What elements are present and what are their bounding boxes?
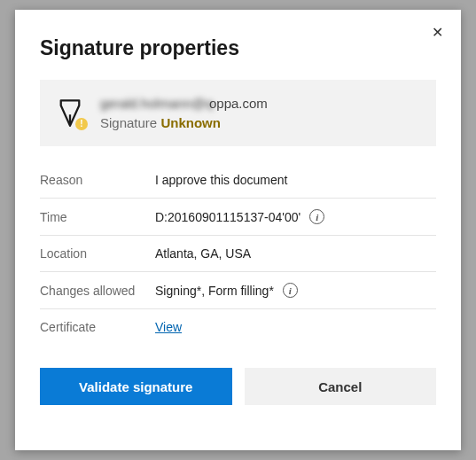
row-label: Time: [40, 210, 155, 224]
row-value: Signing*, Form filling*: [155, 284, 274, 298]
row-location: Location Atlanta, GA, USA: [40, 236, 436, 272]
signer-email-blurred: gerald.holmann@q: [100, 96, 213, 111]
signature-summary: ! gerald.holmann@qoppa.com Signature Unk…: [40, 80, 436, 146]
info-icon[interactable]: i: [283, 283, 298, 298]
row-label: Certificate: [40, 320, 155, 334]
signature-pen-icon: !: [58, 98, 84, 129]
view-certificate-link[interactable]: View: [155, 320, 182, 334]
row-label: Changes allowed: [40, 284, 155, 298]
signature-status: Signature Unknown: [100, 115, 268, 130]
cancel-button[interactable]: Cancel: [245, 368, 437, 405]
row-changes: Changes allowed Signing*, Form filling* …: [40, 272, 436, 309]
status-label: Signature: [100, 115, 157, 130]
row-value: D:20160901115137-04'00': [155, 210, 300, 224]
row-value: Atlanta, GA, USA: [155, 246, 251, 261]
row-label: Reason: [40, 173, 155, 187]
dialog-title: Signature properties: [40, 36, 436, 60]
close-button[interactable]: ✕: [432, 26, 443, 40]
signature-properties-dialog: ✕ Signature properties ! gerald.holmann@…: [15, 10, 461, 450]
row-reason: Reason I approve this document: [40, 162, 436, 199]
validate-signature-button[interactable]: Validate signature: [40, 368, 232, 405]
signer-email-visible: oppa.com: [209, 96, 268, 111]
dialog-actions: Validate signature Cancel: [40, 368, 436, 405]
summary-text: gerald.holmann@qoppa.com Signature Unkno…: [100, 96, 268, 130]
row-time: Time D:20160901115137-04'00' i: [40, 199, 436, 236]
warning-badge-icon: !: [75, 118, 88, 130]
status-value: Unknown: [160, 115, 221, 130]
row-label: Location: [40, 246, 155, 261]
info-icon[interactable]: i: [309, 209, 324, 224]
close-icon: ✕: [432, 25, 443, 40]
row-value: I approve this document: [155, 173, 287, 187]
row-certificate: Certificate View: [40, 309, 436, 345]
properties-table: Reason I approve this document Time D:20…: [40, 162, 436, 345]
